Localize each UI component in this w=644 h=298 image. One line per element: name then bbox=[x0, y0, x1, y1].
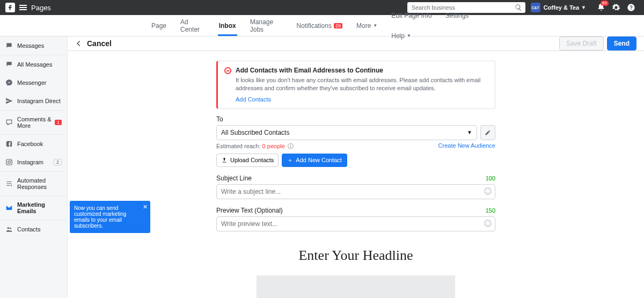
svg-point-6 bbox=[485, 188, 491, 194]
cancel-title[interactable]: Cancel bbox=[87, 39, 112, 48]
comment-icon bbox=[5, 119, 13, 126]
comments-badge: 1 bbox=[55, 120, 62, 125]
tab-inbox[interactable]: Inbox bbox=[218, 16, 237, 36]
alert-error-icon bbox=[224, 67, 231, 74]
facebook-square-icon bbox=[5, 140, 13, 148]
preview-input[interactable] bbox=[216, 216, 495, 231]
info-icon[interactable]: ⓘ bbox=[288, 143, 294, 149]
alert-title: Add Contacts with Email Addresses to Con… bbox=[236, 67, 383, 74]
instagram-icon bbox=[5, 158, 13, 166]
sidebar-item-all-messages[interactable]: All Messages bbox=[0, 55, 67, 74]
svg-point-7 bbox=[486, 190, 487, 191]
search-input[interactable] bbox=[407, 2, 525, 13]
tab-ad-center[interactable]: Ad Center bbox=[179, 12, 206, 40]
sidebar-item-facebook[interactable]: Facebook bbox=[0, 135, 67, 153]
paper-plane-icon bbox=[5, 97, 13, 105]
to-label: To bbox=[216, 115, 223, 123]
page-avatar[interactable]: C&T bbox=[531, 3, 540, 12]
tab-manage-jobs[interactable]: Manage Jobs bbox=[249, 12, 284, 40]
subject-input[interactable] bbox=[216, 184, 495, 199]
sidebar-item-marketing-emails[interactable]: Marketing Emails bbox=[0, 196, 67, 220]
sidebar-item-automated-responses[interactable]: Automated Responses bbox=[0, 172, 67, 196]
sidebar-item-messenger[interactable]: Messenger bbox=[0, 74, 67, 92]
page-subnav: Page Ad Center Inbox Manage Jobs Notific… bbox=[0, 15, 644, 37]
notifications-count-badge: 29 bbox=[334, 23, 342, 28]
subject-char-count: 100 bbox=[486, 175, 495, 181]
upload-contacts-button[interactable]: Upload Contacts bbox=[216, 154, 279, 167]
svg-point-3 bbox=[11, 185, 12, 186]
reach-value: 0 people bbox=[262, 143, 285, 149]
tab-page[interactable]: Page bbox=[150, 16, 167, 36]
marketing-emails-tooltip: Now you can send customized marketing em… bbox=[70, 201, 150, 233]
svg-point-8 bbox=[488, 190, 489, 191]
page-switcher-caret[interactable]: ▼ bbox=[581, 5, 586, 10]
image-placeholder[interactable] bbox=[257, 275, 455, 298]
sidebar-item-instagram[interactable]: Instagram 2 bbox=[0, 153, 67, 172]
emoji-icon[interactable] bbox=[484, 187, 492, 195]
edit-audience-button[interactable] bbox=[480, 125, 495, 140]
notifications-icon[interactable]: 62 bbox=[596, 2, 606, 13]
subject-label: Subject Line bbox=[216, 175, 252, 182]
svg-point-10 bbox=[486, 222, 487, 223]
pencil-icon bbox=[485, 129, 491, 136]
preview-char-count: 150 bbox=[486, 207, 495, 214]
audience-combobox[interactable]: All Subscribed Contacts ▼ bbox=[216, 125, 477, 140]
save-draft-button[interactable]: Save Draft bbox=[559, 37, 604, 50]
svg-point-5 bbox=[10, 228, 11, 229]
preview-label: Preview Text (Optional) bbox=[216, 207, 283, 214]
add-new-contact-button[interactable]: ＋ Add New Contact bbox=[282, 154, 347, 167]
tab-more[interactable]: More▼ bbox=[355, 16, 378, 36]
global-search[interactable] bbox=[407, 2, 525, 13]
facebook-logo[interactable] bbox=[5, 3, 15, 12]
chevron-down-icon: ▼ bbox=[467, 129, 472, 135]
page-name[interactable]: Coffey & Tea bbox=[544, 4, 579, 11]
alert-add-contacts-link[interactable]: Add Contacts bbox=[236, 96, 271, 103]
audience-value: All Subscribed Contacts bbox=[221, 129, 467, 136]
svg-point-9 bbox=[485, 220, 491, 227]
svg-point-4 bbox=[8, 227, 10, 229]
back-chevron-icon[interactable] bbox=[75, 40, 83, 47]
sidebar-item-messages[interactable]: Messages bbox=[0, 37, 67, 55]
alert-body: It looks like you don't have any contact… bbox=[236, 76, 488, 93]
speech-icon bbox=[5, 61, 13, 68]
inbox-sidebar: Messages All Messages Messenger Instagra… bbox=[0, 37, 68, 298]
help-icon[interactable] bbox=[626, 2, 636, 13]
global-topbar: Pages C&T Coffey & Tea ▼ 62 bbox=[0, 0, 644, 15]
messenger-icon bbox=[5, 79, 13, 86]
headline-placeholder[interactable]: Enter Your Headline bbox=[216, 248, 495, 264]
plus-icon: ＋ bbox=[287, 156, 293, 164]
svg-point-2 bbox=[11, 160, 11, 161]
tab-notifications[interactable]: Notifications 29 bbox=[296, 16, 343, 36]
automation-icon bbox=[5, 180, 13, 187]
notifications-badge: 62 bbox=[601, 1, 609, 6]
instagram-badge: 2 bbox=[54, 159, 62, 165]
send-button[interactable]: Send bbox=[607, 37, 636, 50]
compose-panel: Cancel Save Draft Send Add Contacts with… bbox=[68, 37, 644, 298]
sidebar-item-comments-more[interactable]: Comments & More 1 bbox=[0, 111, 67, 135]
upload-icon bbox=[221, 157, 228, 163]
missing-contacts-alert: Add Contacts with Email Addresses to Con… bbox=[216, 61, 495, 109]
svg-point-11 bbox=[488, 222, 489, 223]
chat-icon bbox=[5, 42, 13, 49]
create-audience-link[interactable]: Create New Audience bbox=[438, 142, 495, 150]
contacts-icon bbox=[5, 226, 13, 233]
tooltip-close-icon[interactable]: ✕ bbox=[143, 203, 148, 210]
emoji-icon[interactable] bbox=[484, 219, 492, 228]
settings-gear-icon[interactable] bbox=[611, 2, 621, 13]
hamburger-icon[interactable] bbox=[19, 4, 27, 11]
sidebar-item-instagram-direct[interactable]: Instagram Direct bbox=[0, 92, 67, 111]
sidebar-item-contacts[interactable]: Contacts bbox=[0, 220, 67, 238]
app-title: Pages bbox=[31, 4, 51, 12]
envelope-icon bbox=[5, 204, 13, 212]
compose-action-bar: Cancel Save Draft Send bbox=[68, 37, 644, 51]
reach-label: Estimated reach: bbox=[216, 143, 261, 149]
search-icon bbox=[515, 4, 522, 11]
svg-point-1 bbox=[8, 161, 11, 164]
